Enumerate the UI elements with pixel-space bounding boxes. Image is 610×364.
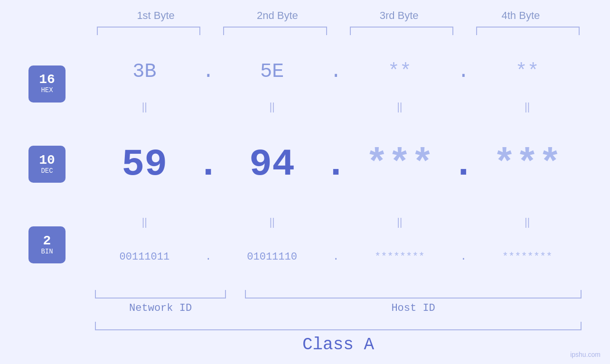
dec-val-1: 59 (122, 143, 167, 186)
hex-dot-2: . (327, 60, 346, 83)
hex-val-1: 3B (132, 60, 156, 83)
hex-badge-number: 16 (39, 73, 55, 86)
hex-cell-4: ** (473, 60, 582, 83)
eq2-1: || (90, 216, 199, 228)
col-header-2: 2nd Byte (216, 9, 338, 22)
equals-row-1: || || || || (90, 100, 582, 114)
bin-cell-4: ******** (473, 251, 582, 263)
bin-row: 00111011 . 01011110 . ******** . (90, 229, 582, 285)
col-header-3: 3rd Byte (338, 9, 460, 22)
eq1-2: || (218, 101, 327, 113)
hex-row: 3B . 5E . ** . ** (90, 44, 582, 100)
hex-dot-2-text: . (330, 60, 342, 83)
hex-val-3: ** (388, 60, 412, 83)
class-section: Class A (28, 322, 582, 355)
bin-badge-label: BIN (41, 248, 53, 256)
top-bracket-1 (97, 27, 200, 35)
bin-cell-1: 00111011 (90, 251, 199, 263)
dec-cell-1: 59 (90, 143, 199, 186)
top-bracket-4 (476, 27, 580, 35)
col-header-1: 1st Byte (95, 9, 216, 22)
dec-dot-2: . (327, 143, 346, 186)
dec-badge-number: 10 (39, 154, 55, 167)
dec-dot-3: . (454, 143, 473, 186)
bin-val-2: 01011110 (247, 251, 297, 263)
class-label: Class A (95, 335, 582, 355)
hex-dot-3: . (454, 60, 473, 83)
bin-badge-number: 2 (43, 234, 51, 248)
bracket-gap (226, 290, 245, 299)
dec-row: 59 . 94 . *** . *** (90, 114, 582, 215)
hex-dot-3-text: . (458, 60, 469, 83)
col-header-4: 4th Byte (460, 9, 582, 22)
dec-badge-label: DEC (41, 167, 53, 175)
hex-val-2: 5E (260, 60, 284, 83)
dec-badge: 10 DEC (28, 146, 66, 183)
hex-cell-2: 5E (218, 60, 327, 83)
host-id-bracket (245, 290, 582, 299)
badges-column: 16 HEX 10 DEC 2 BIN (28, 44, 90, 285)
bottom-labels: Network ID Host ID (95, 302, 582, 314)
main-container: 1st Byte 2nd Byte 3rd Byte 4th Byte 16 H… (0, 0, 610, 364)
dec-val-2: 94 (249, 143, 295, 186)
eq2-3: || (346, 216, 454, 228)
top-bracket-3 (350, 27, 453, 35)
bin-val-4: ******** (502, 251, 553, 263)
hex-dot-1-text: . (202, 60, 214, 83)
hex-badge-label: HEX (41, 86, 53, 94)
network-id-label: Network ID (95, 302, 226, 314)
eq1-3: || (346, 101, 454, 113)
dec-cell-4: *** (473, 143, 582, 186)
hex-val-4: ** (515, 60, 539, 83)
bin-dot-3: . (454, 251, 473, 263)
equals-row-2: || || || || (90, 215, 582, 229)
top-brackets (28, 27, 582, 35)
dec-val-4: *** (493, 143, 562, 186)
dec-cell-3: *** (346, 143, 454, 186)
bin-val-3: ******** (375, 251, 425, 263)
dec-dot-3-text: . (452, 143, 475, 186)
watermark: ipshu.com (570, 351, 601, 358)
bin-dot-2: . (327, 251, 346, 263)
host-id-label: Host ID (245, 302, 582, 314)
hex-badge: 16 HEX (28, 65, 66, 103)
bottom-section: Network ID Host ID (28, 290, 582, 322)
bin-cell-3: ******** (346, 251, 454, 263)
dec-dot-1-text: . (197, 143, 220, 186)
data-columns: 3B . 5E . ** . ** (90, 44, 582, 285)
bin-dot-1-text: . (205, 251, 211, 263)
column-headers: 1st Byte 2nd Byte 3rd Byte 4th Byte (28, 9, 582, 22)
bottom-brackets (95, 290, 582, 299)
bin-val-1: 00111011 (120, 251, 170, 263)
bin-dot-2-text: . (333, 251, 339, 263)
network-id-bracket (95, 290, 226, 299)
eq2-4: || (473, 216, 582, 228)
eq1-1: || (90, 101, 199, 113)
dec-cell-2: 94 (218, 143, 327, 186)
bin-cell-2: 01011110 (218, 251, 327, 263)
hex-cell-3: ** (346, 60, 454, 83)
hex-dot-1: . (199, 60, 218, 83)
dec-val-3: *** (366, 143, 434, 186)
main-data-area: 16 HEX 10 DEC 2 BIN 3B . (28, 44, 582, 285)
top-bracket-2 (223, 27, 327, 35)
bin-dot-3-text: . (460, 251, 467, 263)
dec-dot-2-text: . (325, 143, 347, 186)
hex-cell-1: 3B (90, 60, 199, 83)
bin-dot-1: . (199, 251, 218, 263)
class-bracket (95, 322, 582, 330)
eq1-4: || (473, 101, 582, 113)
dec-dot-1: . (199, 143, 218, 186)
bin-badge: 2 BIN (28, 226, 66, 263)
eq2-2: || (218, 216, 327, 228)
